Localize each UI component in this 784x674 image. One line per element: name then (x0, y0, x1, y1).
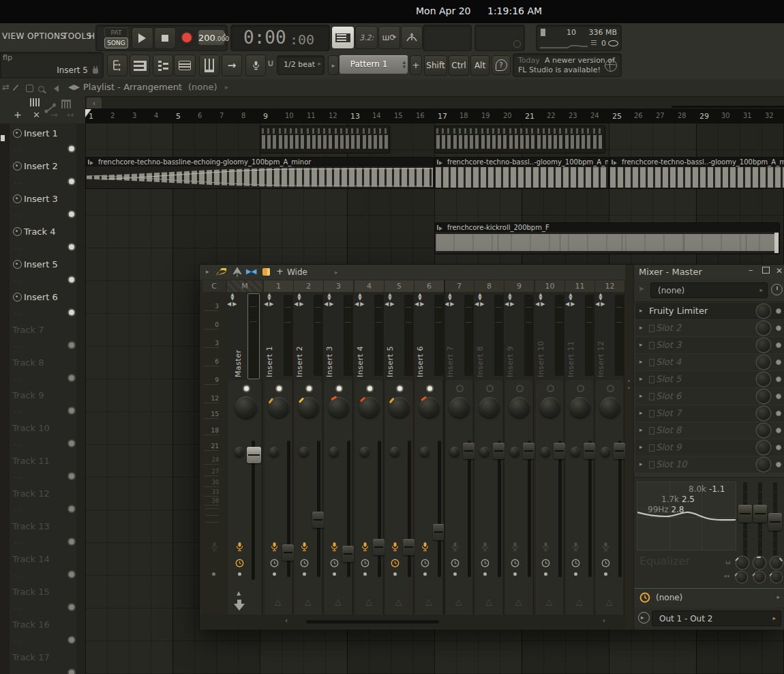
slot-name[interactable]: Slot 8 (656, 425, 681, 435)
stereo-sep-knob[interactable] (510, 447, 519, 456)
eq-knob-4[interactable] (736, 572, 747, 583)
track-mute-led[interactable] (67, 407, 76, 415)
song-mode-button[interactable]: SONG (104, 38, 128, 48)
fader-track[interactable] (317, 441, 320, 577)
eq-fader-handle-2[interactable] (753, 505, 767, 523)
fader-handle[interactable] (282, 544, 294, 561)
slot-expand-arrow[interactable]: ▸ (639, 426, 643, 433)
track-name[interactable]: Track 14 (12, 554, 50, 564)
slot-mix-knob[interactable] (757, 441, 770, 454)
playlist-title[interactable]: Playlist - Arrangement (83, 82, 182, 92)
effect-slot-7[interactable]: ▸Slot 7 (635, 405, 784, 422)
mixer-channel-number[interactable]: 9 (504, 280, 534, 292)
slot-expand-arrow[interactable]: ▸ (639, 324, 643, 331)
track-type-icon[interactable] (13, 194, 22, 203)
pattern-selector[interactable]: Pattern 1 ▲▼ (340, 55, 408, 74)
track-name[interactable]: Insert 2 (24, 161, 58, 171)
route-chevron[interactable]: △ (455, 597, 462, 606)
track-header[interactable]: Track 7... (10, 320, 76, 353)
clip-end-handle[interactable] (774, 233, 779, 253)
eq-fader-handle-3[interactable] (768, 513, 782, 531)
slot-name[interactable]: Slot 7 (656, 408, 681, 418)
mute-dot[interactable] (453, 572, 457, 576)
track-name[interactable]: Track 17 (12, 652, 50, 662)
tempo-spinner[interactable]: ▲▼ (223, 31, 226, 42)
arm-record-mic-icon[interactable] (330, 542, 339, 552)
playlist-caption-bar[interactable]: ⇄ ◀▶ Playlist - Arrangement ▸ (none) ▸ (0, 79, 784, 97)
channel-label[interactable]: Insert 5 (386, 295, 395, 377)
ctrl-key-button[interactable]: Ctrl (449, 55, 469, 76)
typing-keyboard-button[interactable]: ш⟳ (378, 26, 400, 49)
plugin-selector[interactable]: (none) ▸ (650, 282, 768, 298)
swap-icon[interactable]: ⇄ (2, 82, 10, 93)
stereo-sep-knob[interactable] (420, 447, 429, 456)
mixer-channel-number[interactable]: 8 (474, 280, 504, 292)
track-options-dots[interactable]: ... (14, 308, 23, 317)
mixer-channel-number[interactable]: 12 (595, 280, 624, 292)
fader-track[interactable] (498, 441, 501, 577)
arm-record-mic-icon[interactable] (481, 542, 489, 552)
mute-dot[interactable] (483, 572, 487, 576)
track-name[interactable]: Track 7 (12, 325, 44, 335)
slot-expand-arrow[interactable]: ▸ (639, 341, 643, 348)
detach-icon[interactable]: ◀▶ (68, 82, 80, 93)
track-mute-led[interactable] (67, 276, 76, 284)
slot-name[interactable]: Slot 10 (656, 459, 687, 469)
pattern-clip[interactable] (434, 126, 605, 153)
slip-tool-icon[interactable]: ⇝ (50, 110, 58, 121)
mixer-hscrollbar[interactable] (306, 620, 439, 624)
mixer-strip-insert-6[interactable]: Insert 6▲▼◀▶△ (414, 293, 444, 615)
stereo-sep-knob[interactable] (390, 447, 399, 456)
track-name[interactable]: Track 11 (12, 456, 50, 466)
route-chevron[interactable]: △ (546, 597, 552, 606)
fader-track[interactable] (438, 441, 441, 577)
track-options-dots[interactable]: ... (14, 635, 23, 644)
route-chevron[interactable]: △ (425, 597, 432, 606)
track-mute-led[interactable] (67, 538, 76, 546)
channel-label[interactable]: Insert 9 (506, 295, 515, 377)
slot-enable-led[interactable] (776, 428, 781, 433)
pan-volume-knob[interactable] (359, 397, 380, 417)
mixer-channel-number[interactable]: 4 (355, 280, 384, 292)
audio-clip-header[interactable]: frenchcore-techno-bassl..-gloomy_100bpm_… (609, 158, 784, 166)
mixer-channel-number[interactable]: M (227, 280, 262, 292)
stereo-sep-knob[interactable] (450, 447, 459, 456)
latency-clock-icon[interactable] (330, 557, 339, 566)
latency-clock-icon[interactable] (421, 557, 429, 566)
effect-slot-2[interactable]: ▸Slot 2 (635, 320, 784, 336)
mixer-strip-master[interactable]: Master▲▼◀▶▲ (227, 293, 262, 615)
track-header[interactable]: Insert 2... (10, 156, 76, 190)
channel-select-led[interactable] (396, 385, 404, 392)
track-header[interactable]: Track 8... (10, 353, 76, 386)
track-header[interactable]: Track 17... (10, 647, 76, 674)
playlist-button[interactable] (174, 55, 196, 76)
track-mute-led[interactable] (67, 505, 76, 513)
route-chevron[interactable]: △ (515, 597, 522, 606)
slot-expand-arrow[interactable]: ▸ (639, 375, 643, 382)
mixer-strip-insert-12[interactable]: Insert 12▲▼◀▶△ (595, 293, 624, 615)
scroll-left-button[interactable]: ‹ (87, 98, 102, 109)
track-header[interactable]: Insert 5... (10, 254, 76, 288)
route-chevron[interactable]: △ (606, 597, 612, 606)
eq-knob-5[interactable] (754, 572, 765, 583)
stereo-sep-knob[interactable] (360, 447, 370, 456)
precount-button[interactable] (401, 26, 423, 49)
snap-selector[interactable]: 1/2 beat ▸ (277, 55, 325, 75)
playlist-ruler[interactable]: 1234567891011121314151617181920212223242… (85, 108, 784, 124)
mixer-strip-insert-7[interactable]: Insert 7▲▼◀▶△ (444, 293, 474, 615)
fader-handle[interactable] (523, 443, 534, 459)
stereo-sep-knob[interactable] (299, 447, 309, 456)
mute-dot[interactable] (544, 572, 547, 576)
current-channel-label[interactable]: Insert 5 (57, 65, 88, 75)
channel-select-led[interactable] (426, 385, 434, 392)
latency-clock-icon[interactable] (541, 557, 550, 566)
mixer-channel-number[interactable]: 10 (535, 280, 564, 292)
arm-record-mic-icon[interactable] (361, 542, 370, 552)
route-chevron[interactable]: △ (305, 597, 311, 606)
track-mute-led[interactable] (67, 177, 76, 186)
shift-key-button[interactable]: Shift (424, 55, 447, 76)
mixer-menu-icon[interactable]: ▸ (206, 268, 209, 275)
slot-enable-led[interactable] (776, 342, 781, 348)
clock-icon[interactable] (639, 592, 650, 603)
dock-swoosh-icon[interactable] (215, 267, 228, 278)
